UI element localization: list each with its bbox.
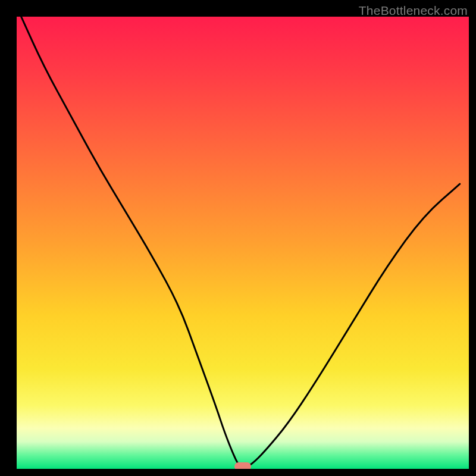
plot-area [17, 17, 469, 469]
chart-frame: TheBottleneck.com [0, 0, 476, 476]
watermark-label: TheBottleneck.com [359, 4, 468, 18]
minimum-marker [234, 462, 251, 469]
bottleneck-curve [17, 17, 469, 469]
